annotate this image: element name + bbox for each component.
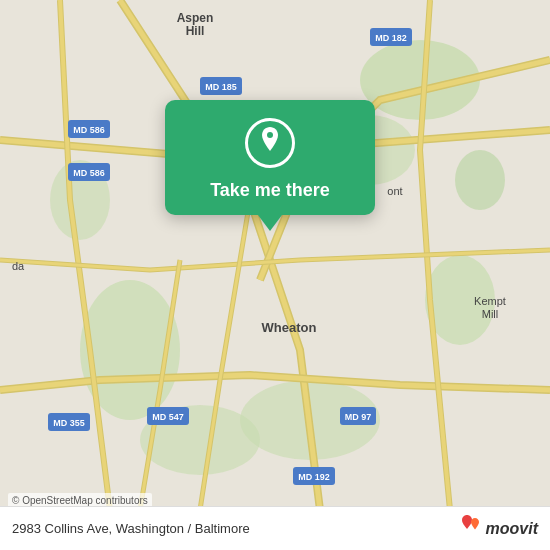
address-text: 2983 Collins Ave, Washington / Baltimore [12, 521, 250, 536]
svg-text:Kempt: Kempt [474, 295, 506, 307]
svg-text:MD 355: MD 355 [53, 418, 85, 428]
svg-text:Wheaton: Wheaton [262, 320, 317, 335]
svg-text:ont: ont [387, 185, 402, 197]
svg-text:Hill: Hill [186, 24, 205, 38]
map-container: MD 182 MD 185 MD 586 MD 586 MD 97 MD 355… [0, 0, 550, 550]
svg-point-8 [455, 150, 505, 210]
popup-card[interactable]: Take me there [165, 100, 375, 215]
svg-text:MD 97: MD 97 [345, 412, 372, 422]
moovit-pin-icon [460, 515, 482, 542]
popup-label: Take me there [210, 180, 330, 201]
location-pin-icon [258, 127, 282, 159]
svg-text:da: da [12, 260, 25, 272]
popup-icon-circle [245, 118, 295, 168]
svg-text:MD 586: MD 586 [73, 168, 105, 178]
svg-text:MD 192: MD 192 [298, 472, 330, 482]
map-svg: MD 182 MD 185 MD 586 MD 586 MD 97 MD 355… [0, 0, 550, 550]
svg-text:MD 586: MD 586 [73, 125, 105, 135]
svg-text:Aspen: Aspen [177, 11, 214, 25]
svg-text:MD 185: MD 185 [205, 82, 237, 92]
svg-text:Mill: Mill [482, 308, 499, 320]
moovit-logo: moovit [460, 515, 538, 542]
svg-text:MD 547: MD 547 [152, 412, 184, 422]
moovit-brand-text: moovit [486, 520, 538, 538]
svg-text:MD 182: MD 182 [375, 33, 407, 43]
bottom-bar: 2983 Collins Ave, Washington / Baltimore… [0, 506, 550, 550]
svg-point-32 [267, 132, 273, 138]
